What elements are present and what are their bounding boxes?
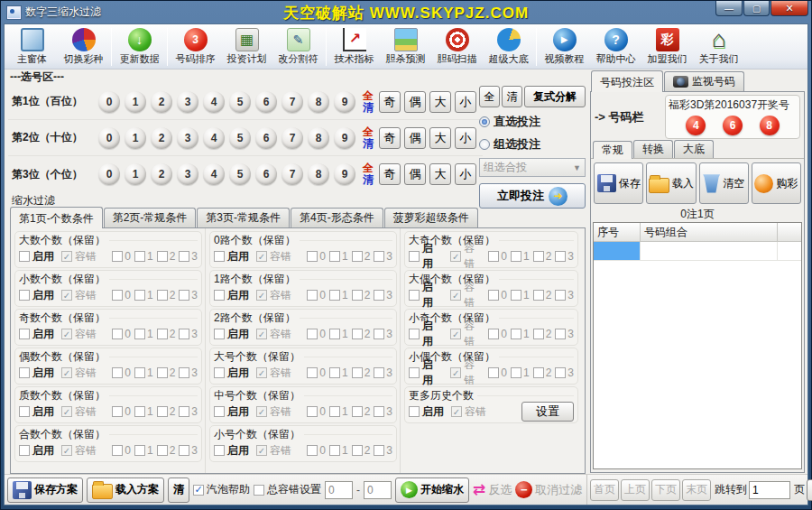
- count-checkbox[interactable]: [134, 329, 145, 339]
- quick-big-button[interactable]: 大: [429, 127, 451, 149]
- number-ball[interactable]: 3: [177, 91, 198, 113]
- save-plan-button[interactable]: 保存方案: [7, 478, 83, 503]
- tolerance-checkbox[interactable]: [61, 251, 72, 262]
- count-checkbox[interactable]: [533, 367, 544, 378]
- number-mode-tab[interactable]: 转换: [633, 140, 673, 158]
- count-checkbox[interactable]: [374, 406, 384, 417]
- tolerance-checkbox[interactable]: [61, 445, 72, 456]
- toolbar-item-number-sort[interactable]: 号码排序: [170, 25, 221, 69]
- tolerance-checkbox[interactable]: [256, 251, 267, 262]
- load-plan-button[interactable]: 载入方案: [87, 478, 164, 503]
- count-checkbox[interactable]: [134, 290, 145, 301]
- number-ball[interactable]: 5: [229, 163, 251, 185]
- quick-odd-button[interactable]: 奇: [379, 163, 401, 185]
- tolerance-to-input[interactable]: [364, 481, 392, 499]
- count-checkbox[interactable]: [488, 329, 499, 339]
- number-ball[interactable]: 6: [255, 91, 277, 113]
- quick-even-button[interactable]: 偶: [404, 91, 426, 113]
- tab-monitor-numbers[interactable]: 监视号码: [664, 71, 744, 91]
- enable-checkbox[interactable]: [19, 251, 30, 262]
- count-checkbox[interactable]: [511, 290, 521, 301]
- count-checkbox[interactable]: [112, 367, 123, 378]
- enable-checkbox[interactable]: [214, 290, 225, 301]
- filter-tab[interactable]: 第3页-常规条件: [197, 208, 290, 227]
- toolbar-item-about[interactable]: 关于我们: [693, 25, 744, 69]
- count-checkbox[interactable]: [112, 251, 123, 262]
- bubble-help-checkbox[interactable]: [193, 485, 204, 496]
- settings-button[interactable]: 设置: [521, 402, 574, 422]
- count-checkbox[interactable]: [307, 329, 318, 339]
- count-checkbox[interactable]: [374, 367, 384, 378]
- number-ball[interactable]: 6: [255, 127, 277, 149]
- selected-cell[interactable]: [594, 242, 641, 261]
- count-checkbox[interactable]: [157, 251, 168, 262]
- select-all-button[interactable]: 全: [479, 86, 500, 107]
- count-checkbox[interactable]: [329, 445, 340, 456]
- count-checkbox[interactable]: [307, 251, 318, 262]
- invert-selection-button[interactable]: 反选: [473, 482, 512, 498]
- pager-button[interactable]: 首页: [590, 479, 619, 501]
- tolerance-checkbox[interactable]: [450, 251, 461, 262]
- toolbar-item-video[interactable]: 视频教程: [539, 25, 590, 69]
- quick-small-button[interactable]: 小: [455, 127, 476, 149]
- count-checkbox[interactable]: [134, 251, 145, 262]
- tolerance-from-input[interactable]: [325, 481, 353, 499]
- save-button[interactable]: 保存: [594, 162, 643, 204]
- count-checkbox[interactable]: [112, 406, 123, 417]
- total-tolerance-checkbox[interactable]: [254, 485, 264, 496]
- tolerance-checkbox[interactable]: [451, 406, 462, 417]
- count-checkbox[interactable]: [329, 290, 340, 301]
- enable-checkbox[interactable]: [409, 406, 420, 417]
- maximize-button[interactable]: ▢: [743, 1, 770, 16]
- toolbar-item-tech-indicator[interactable]: 技术指标: [328, 25, 380, 69]
- count-checkbox[interactable]: [134, 445, 145, 456]
- count-checkbox[interactable]: [533, 290, 544, 301]
- clear-all-button[interactable]: 清: [502, 86, 522, 107]
- count-checkbox[interactable]: [329, 367, 340, 378]
- count-checkbox[interactable]: [157, 329, 168, 339]
- toolbar-item-invest-plan[interactable]: 投资计划: [221, 25, 272, 69]
- enable-checkbox[interactable]: [214, 406, 225, 417]
- count-checkbox[interactable]: [511, 251, 521, 262]
- pager-button[interactable]: 下页: [651, 479, 680, 501]
- tolerance-checkbox[interactable]: [61, 290, 72, 301]
- enable-checkbox[interactable]: [409, 251, 420, 262]
- enable-checkbox[interactable]: [214, 329, 225, 339]
- count-checkbox[interactable]: [488, 367, 499, 378]
- enable-checkbox[interactable]: [214, 445, 225, 456]
- number-ball[interactable]: 2: [151, 163, 172, 185]
- count-checkbox[interactable]: [179, 445, 189, 456]
- select-all-link[interactable]: 全: [363, 126, 374, 138]
- enable-checkbox[interactable]: [19, 329, 30, 339]
- count-checkbox[interactable]: [374, 445, 384, 456]
- count-checkbox[interactable]: [374, 251, 384, 262]
- number-ball[interactable]: 5: [229, 91, 251, 113]
- count-checkbox[interactable]: [307, 406, 318, 417]
- count-checkbox[interactable]: [179, 367, 189, 378]
- toolbar-item-switch-lottery[interactable]: 切换彩种: [58, 25, 109, 69]
- start-shrink-button[interactable]: 开始缩水: [395, 478, 469, 503]
- number-ball[interactable]: 4: [203, 163, 225, 185]
- tolerance-checkbox[interactable]: [450, 329, 461, 339]
- count-checkbox[interactable]: [179, 251, 189, 262]
- count-checkbox[interactable]: [488, 251, 499, 262]
- compound-split-button[interactable]: 复式分解: [524, 86, 586, 107]
- count-checkbox[interactable]: [307, 367, 318, 378]
- enable-checkbox[interactable]: [214, 367, 225, 378]
- count-checkbox[interactable]: [511, 367, 521, 378]
- number-ball[interactable]: 2: [151, 127, 172, 149]
- number-ball[interactable]: 7: [281, 163, 303, 185]
- tab-bet-area[interactable]: 号码投注区: [591, 70, 663, 92]
- tolerance-checkbox[interactable]: [61, 406, 72, 417]
- buy-button[interactable]: 购彩: [752, 162, 801, 204]
- count-checkbox[interactable]: [329, 329, 340, 339]
- count-checkbox[interactable]: [488, 290, 499, 301]
- bet-now-button[interactable]: 立即投注: [479, 183, 586, 209]
- number-ball[interactable]: 8: [308, 127, 329, 149]
- number-ball[interactable]: 9: [334, 127, 355, 149]
- count-checkbox[interactable]: [179, 406, 189, 417]
- count-checkbox[interactable]: [555, 329, 566, 339]
- group-bet-dropdown[interactable]: 组选合投 ▼: [479, 158, 586, 177]
- tolerance-checkbox[interactable]: [256, 367, 267, 378]
- count-checkbox[interactable]: [112, 290, 123, 301]
